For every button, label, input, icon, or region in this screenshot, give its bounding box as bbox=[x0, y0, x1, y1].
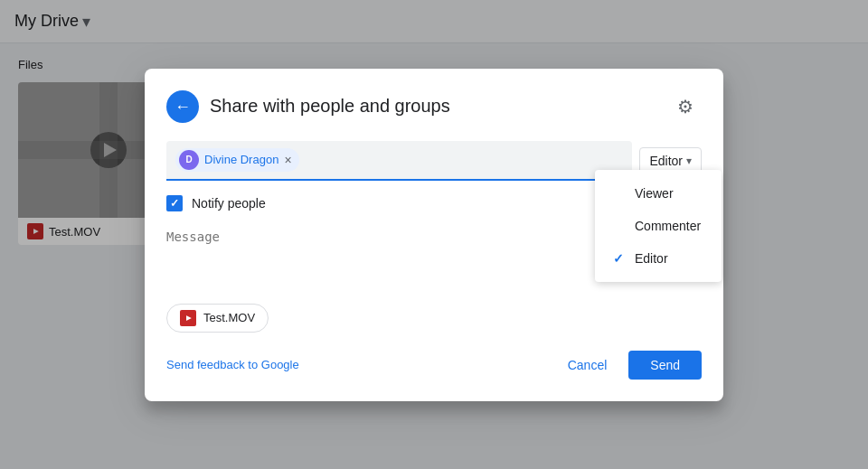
dialog-footer: Send feedback to Google Cancel Send bbox=[166, 351, 702, 380]
editor-chevron-icon: ▾ bbox=[686, 155, 692, 167]
file-chip: ▶ Test.MOV bbox=[166, 304, 269, 333]
person-chip: D Divine Dragon × bbox=[175, 148, 299, 172]
back-arrow-icon: ← bbox=[175, 98, 191, 115]
editor-option-label: Editor bbox=[635, 251, 668, 266]
cancel-button[interactable]: Cancel bbox=[553, 351, 622, 380]
back-button[interactable]: ← bbox=[166, 90, 199, 123]
file-chip-icon: ▶ bbox=[180, 310, 196, 326]
gear-icon: ⚙ bbox=[677, 96, 693, 117]
dropdown-item-viewer[interactable]: Viewer bbox=[595, 177, 722, 210]
file-chip-name: Test.MOV bbox=[203, 311, 255, 324]
feedback-link[interactable]: Send feedback to Google bbox=[166, 358, 299, 371]
checkmark-icon: ✓ bbox=[170, 197, 179, 210]
dropdown-item-commenter[interactable]: Commenter bbox=[595, 210, 722, 242]
viewer-label: Viewer bbox=[635, 186, 674, 201]
commenter-label: Commenter bbox=[635, 219, 701, 233]
avatar: D bbox=[179, 150, 199, 170]
footer-buttons: Cancel Send bbox=[553, 351, 702, 380]
notify-label: Notify people bbox=[192, 196, 266, 211]
chip-name: Divine Dragon bbox=[204, 153, 278, 166]
people-input-box[interactable]: D Divine Dragon × bbox=[166, 141, 632, 181]
dialog-header: ← Share with people and groups ⚙ bbox=[166, 90, 702, 123]
dropdown-item-editor[interactable]: ✓ Editor bbox=[595, 242, 722, 275]
editor-check-icon: ✓ bbox=[613, 251, 627, 266]
role-dropdown-menu: Viewer Commenter ✓ Editor bbox=[595, 170, 722, 282]
chip-close-button[interactable]: × bbox=[284, 154, 291, 166]
notify-checkbox[interactable]: ✓ bbox=[166, 195, 183, 211]
dialog-title: Share with people and groups bbox=[210, 96, 450, 117]
send-button[interactable]: Send bbox=[628, 351, 702, 380]
dialog-header-left: ← Share with people and groups bbox=[166, 90, 450, 123]
editor-label: Editor bbox=[649, 154, 683, 168]
settings-button[interactable]: ⚙ bbox=[669, 90, 702, 123]
